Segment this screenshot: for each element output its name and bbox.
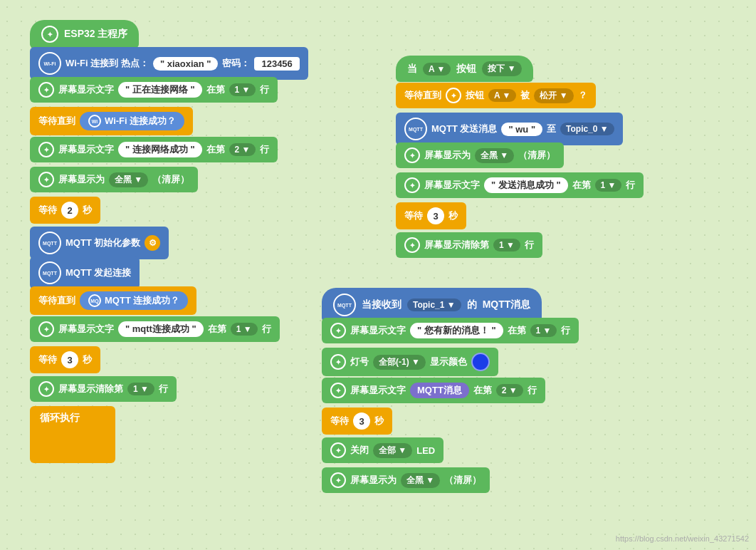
hat-mqtt-receive: MQTT 当接收到 Topic_1 ▼ 的 MQTT消息 [322,288,542,322]
led-all-dropdown[interactable]: 全部(-1) ▼ [373,355,426,370]
close-all-dropdown[interactable]: 全部 ▼ [373,443,412,458]
block-screen-send-ok: ✦ 屏幕显示文字 " 发送消息成功 " 在第 1 ▼ 行 [396,172,644,198]
block-mqtt-init: MQTT MQTT 初始化参数 ⚙ [30,227,169,259]
mqtt-gear[interactable]: ⚙ [145,235,160,251]
hat-esp32-label: ESP32 主程序 [64,28,127,41]
block-screen-connecting: ✦ 屏幕显示文字 " 正在连接网络 " 在第 1 ▼ 行 [30,77,278,103]
clear-dropdown-right[interactable]: 1 ▼ [493,239,520,251]
block-screen-mqtt-ok: ✦ 屏幕显示文字 " mqtt连接成功 " 在第 1 ▼ 行 [30,316,280,342]
esp32-icon: ✦ [41,26,58,43]
button-press-dropdown[interactable]: 按下 ▼ [482,61,521,76]
wifi-password[interactable]: 123456 [254,57,299,71]
loop-label: 循环执行 [40,412,80,423]
block-wait-mqtt: 等待直到 MQ MQTT 连接成功？ [30,286,196,315]
connecting-text[interactable]: " 正在连接网络 " [118,82,202,98]
screen-icon-4: ✦ [38,321,54,337]
block-wait-3-right2: 等待 3 秒 [322,408,392,435]
color-dot[interactable] [471,353,490,371]
screen-icon-5: ✦ [38,381,54,397]
block-wait-2: 等待 2 秒 [30,197,100,224]
block-wifi-connect: Wi-Fi Wi-Fi 连接到 热点： " xiaoxian " 密码： 123… [30,47,308,80]
mqtt-icon-1: MQTT [38,232,61,254]
block-wait-3-left: 等待 3 秒 [30,346,100,373]
block-screen-black-2: ✦ 屏幕显示为 全黑 ▼ （清屏） [396,142,564,168]
screen-icon-13: ✦ [330,472,346,488]
topic-dropdown[interactable]: Topic_0 ▼ [560,123,614,135]
screen-icon-8: ✦ [404,237,420,253]
block-clear-1-right: ✦ 屏幕显示清除第 1 ▼ 行 [396,232,542,258]
wifi-connect-label: Wi-Fi 连接到 热点： [65,57,149,70]
row-dropdown-6[interactable]: 2 ▼ [496,384,523,397]
connected-text[interactable]: " 连接网络成功 " [118,142,202,157]
screen-black-dropdown-2[interactable]: 全黑 ▼ [475,148,514,163]
watermark: https://blog.csdn.net/weixin_43271542 [616,534,749,543]
block-wait-wifi: 等待直到 Wi Wi-Fi 连接成功？ [30,107,193,135]
new-msg-text[interactable]: " 您有新的消息！ " [410,323,503,338]
block-screen-connected: ✦ 屏幕显示文字 " 连接网络成功 " 在第 2 ▼ 行 [30,137,278,162]
wifi-success-pill: Wi Wi-Fi 连接成功？ [80,112,184,130]
mqtt-icon-3: MQTT [404,118,427,140]
screen-icon-3: ✦ [38,172,54,187]
row-dropdown-1[interactable]: 1 ▼ [229,83,256,96]
block-wait-release: 等待直到 ✦ 按钮 A ▼ 被 松开 ▼ ？ [396,83,596,108]
button-a2-dropdown[interactable]: A ▼ [488,89,516,102]
block-wait-3-right1: 等待 3 秒 [396,202,466,229]
screen-black-dropdown-1[interactable]: 全黑 ▼ [109,172,148,187]
topic1-dropdown[interactable]: Topic_1 ▼ [407,299,461,311]
mqtt-success-pill: MQ MQTT 连接成功？ [80,291,188,310]
block-close-led: ✦ 关闭 全部 ▼ LED [322,437,443,463]
block-screen-black-1: ✦ 屏幕显示为 全黑 ▼ （清屏） [30,167,198,192]
wait-3-num-r2[interactable]: 3 [353,412,370,430]
wifi-icon: Wi-Fi [38,52,61,75]
wait-icon: ✦ [446,88,461,103]
block-loop: 循环执行 [30,406,115,463]
wifi-password-label: 密码： [222,57,250,70]
wait-3-num-left[interactable]: 3 [61,351,78,368]
mqtt-icon-4: MQTT [333,294,356,316]
screen-icon-6: ✦ [404,147,420,163]
screen-icon-9: ✦ [330,323,346,338]
screen-icon-7: ✦ [404,177,420,193]
block-clear-1-left: ✦ 屏幕显示清除第 1 ▼ 行 [30,376,177,402]
screen-icon-1: ✦ [38,82,54,98]
screen-icon-12: ✦ [330,442,346,458]
block-screen-new-msg: ✦ 屏幕显示文字 " 您有新的消息！ " 在第 1 ▼ 行 [322,318,579,343]
row-dropdown-4[interactable]: 1 ▼ [595,179,622,192]
screen-icon-11: ✦ [330,383,346,398]
release-dropdown[interactable]: 松开 ▼ [534,88,573,103]
block-mqtt-send: MQTT MQTT 发送消息 " wu " 至 Topic_0 ▼ [396,113,623,145]
screen-icon-10: ✦ [330,354,346,370]
hat-esp32: ✦ ESP32 主程序 [30,20,139,48]
row-dropdown-5[interactable]: 1 ▼ [530,324,557,337]
screen-icon-2: ✦ [38,142,54,157]
hat-button-a: 当 A ▼ 按钮 按下 ▼ [396,56,533,82]
mqtt-msg-pill: MQTT消息 [410,383,469,398]
block-screen-mqtt-msg: ✦ 屏幕显示文字 MQTT消息 在第 2 ▼ 行 [322,378,545,403]
row-dropdown-3[interactable]: 1 ▼ [231,323,258,336]
mqtt-ok-text[interactable]: " mqtt连接成功 " [118,321,204,337]
clear-dropdown-left[interactable]: 1 ▼ [127,383,154,395]
send-ok-text[interactable]: " 发送消息成功 " [484,177,568,193]
block-led-color: ✦ 灯号 全部(-1) ▼ 显示颜色 [322,348,498,376]
block-mqtt-connect: MQTT MQTT 发起连接 [30,256,140,289]
send-msg-text[interactable]: " wu " [501,123,542,136]
wait-3-num-r1[interactable]: 3 [427,207,444,224]
button-a-dropdown[interactable]: A ▼ [423,63,451,76]
wifi-ssid[interactable]: " xiaoxian " [153,57,219,71]
mqtt-icon-2: MQTT [38,261,61,284]
row-dropdown-2[interactable]: 2 ▼ [229,143,256,156]
block-screen-black-3: ✦ 屏幕显示为 全黑 ▼ （清屏） [322,467,490,493]
wait-2-num[interactable]: 2 [61,202,78,219]
screen-black-dropdown-3[interactable]: 全黑 ▼ [401,473,440,488]
canvas: ✦ ESP32 主程序 Wi-Fi Wi-Fi 连接到 热点： " xiaoxi… [0,0,756,550]
